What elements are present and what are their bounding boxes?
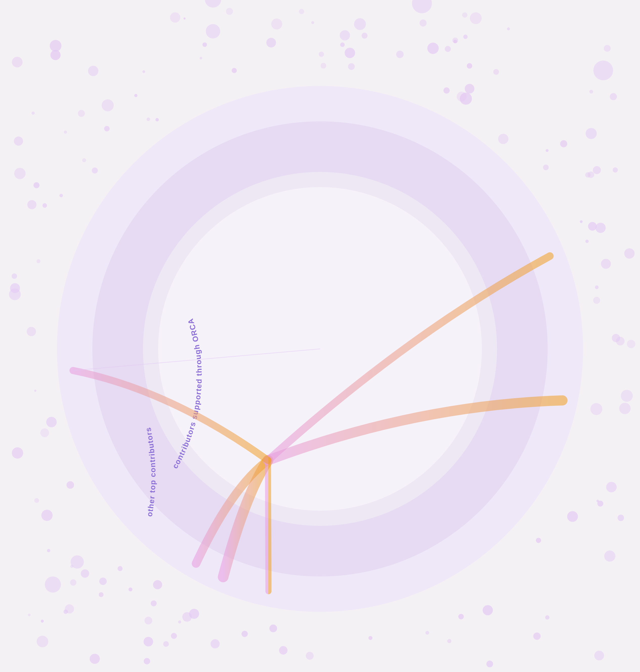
- background-dot: [567, 511, 578, 522]
- background-dot: [50, 50, 60, 60]
- background-dot: [81, 569, 89, 578]
- background-dot: [171, 633, 177, 639]
- background-dot: [43, 203, 47, 208]
- background-dot: [32, 111, 35, 115]
- background-dot: [184, 17, 186, 19]
- background-dot: [320, 63, 326, 69]
- background-dot: [486, 661, 493, 668]
- background-dot: [183, 612, 192, 622]
- background-dot: [65, 604, 74, 613]
- background-dot: [92, 167, 98, 174]
- background-dot: [593, 166, 601, 174]
- background-dot: [588, 222, 597, 230]
- background-dot: [33, 182, 40, 188]
- background-dot: [493, 69, 499, 75]
- background-dot: [42, 510, 53, 521]
- background-dot-large: [354, 18, 366, 30]
- background-dot: [453, 40, 457, 44]
- background-dot: [27, 327, 36, 336]
- background-dot: [82, 158, 86, 162]
- background-dot: [28, 614, 30, 616]
- background-dot: [27, 200, 37, 209]
- background-dot: [536, 538, 541, 543]
- background-dot: [232, 68, 237, 73]
- background-dot: [47, 549, 50, 552]
- background-dot: [470, 12, 482, 24]
- background-dot: [427, 43, 439, 54]
- background-dot-large: [594, 61, 613, 80]
- background-dot: [624, 248, 635, 259]
- thick-link: [268, 460, 268, 591]
- background-dot: [40, 428, 49, 437]
- background-dot: [545, 615, 550, 620]
- background-dot: [463, 35, 467, 39]
- background-dot: [104, 126, 110, 132]
- background-dot: [591, 403, 602, 415]
- background-dot: [585, 172, 591, 178]
- background-dot-large: [45, 577, 61, 593]
- background-dot: [595, 285, 599, 289]
- background-dot: [396, 50, 404, 58]
- background-dot: [242, 631, 248, 637]
- background-dot: [627, 340, 635, 348]
- background-dot: [460, 92, 472, 105]
- background-dot: [345, 48, 355, 58]
- background-dot: [319, 51, 324, 57]
- background-dot: [151, 600, 157, 606]
- background-dot: [586, 128, 597, 139]
- background-dot: [12, 273, 17, 279]
- background-dot-large: [88, 66, 98, 76]
- background-dot: [46, 417, 57, 427]
- background-dot: [590, 90, 593, 93]
- background-dot: [498, 134, 508, 144]
- background-dot: [34, 390, 36, 392]
- background-dot: [12, 447, 23, 459]
- background-dot: [99, 592, 103, 597]
- background-dot-large: [340, 30, 350, 41]
- background-dot: [348, 63, 355, 70]
- background-dot: [14, 168, 26, 179]
- background-dot: [37, 259, 40, 263]
- background-dot-large: [412, 0, 432, 13]
- background-dot: [142, 70, 145, 73]
- background-dot: [543, 165, 549, 170]
- background-dot: [606, 482, 616, 492]
- background-dot: [617, 515, 624, 521]
- background-dot: [70, 580, 76, 586]
- background-dot: [144, 658, 150, 664]
- background-dot-large: [9, 288, 21, 300]
- background-dot: [78, 110, 85, 117]
- background-dot: [604, 45, 611, 52]
- background-dot: [34, 498, 39, 503]
- background-dot: [200, 57, 202, 59]
- background-dot: [170, 12, 180, 23]
- background-dot-large: [604, 550, 615, 562]
- background-dot: [597, 501, 603, 506]
- background-dot: [178, 621, 181, 624]
- background-dot: [594, 651, 604, 660]
- background-dot: [420, 19, 427, 27]
- background-dot: [270, 625, 277, 632]
- background-dot: [616, 337, 625, 345]
- background-dot: [533, 632, 541, 640]
- background-dot: [593, 297, 600, 304]
- background-dot: [306, 652, 314, 660]
- background-dot: [362, 33, 367, 39]
- contributor-network-diagram: contributors supported through ORCAother…: [0, 0, 640, 672]
- background-dot: [613, 167, 618, 173]
- background-dot: [266, 38, 276, 47]
- background-dot: [443, 88, 450, 94]
- background-dot: [12, 57, 23, 68]
- background-dot: [153, 580, 162, 589]
- background-dot: [271, 18, 282, 29]
- background-dot: [202, 43, 207, 47]
- background-dot: [619, 403, 631, 414]
- background-dot-large: [206, 24, 220, 39]
- background-dot: [610, 93, 617, 100]
- background-dot: [50, 40, 61, 51]
- background-dot: [226, 8, 233, 15]
- background-dot: [90, 654, 100, 664]
- background-dot: [621, 390, 632, 402]
- background-dot: [144, 617, 152, 625]
- background-dot: [146, 118, 150, 121]
